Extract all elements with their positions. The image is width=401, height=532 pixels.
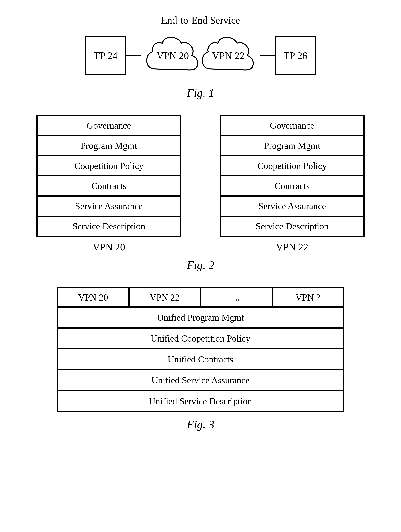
right-service-description: Service Description [220, 216, 364, 236]
left-service-description: Service Description [37, 216, 181, 236]
right-contracts: Contracts [220, 176, 364, 196]
left-program-mgmt: Program Mgmt [37, 136, 181, 156]
fig1-caption: Fig. 1 [187, 86, 214, 100]
end-to-end-label: End-to-End Service [158, 15, 243, 26]
left-contracts: Contracts [37, 176, 181, 196]
left-governance: Governance [37, 115, 181, 136]
fig3-caption: Fig. 3 [187, 418, 214, 431]
vpn-left-stack: Governance Program Mgmt Coopetition Poli… [36, 115, 181, 253]
fig3-header-vpn20: VPN 20 [57, 288, 129, 307]
right-program-mgmt: Program Mgmt [220, 136, 364, 156]
fig3-row-unified-program: Unified Program Mgmt [57, 307, 344, 328]
tp-right-label: TP 26 [283, 50, 307, 61]
tp-left-label: TP 24 [94, 50, 118, 61]
fig1: End-to-End Service TP 24 VPN 20 VPN 22 [15, 12, 386, 100]
vpn-left-stack-label: VPN 20 [93, 241, 125, 253]
fig2: Governance Program Mgmt Coopetition Poli… [15, 115, 386, 272]
fig3-table: VPN 20 VPN 22 ... VPN ? Unified Program … [57, 287, 344, 412]
fig3: VPN 20 VPN 22 ... VPN ? Unified Program … [15, 287, 386, 431]
bracket-top-line: End-to-End Service [118, 12, 283, 21]
vpn-right-boxes: Governance Program Mgmt Coopetition Poli… [220, 115, 365, 237]
fig3-header-vpn-q: VPN ? [272, 288, 344, 307]
right-coopetition: Coopetition Policy [220, 156, 364, 176]
bracket-left-tick [118, 13, 119, 21]
vpn-left-label: VPN 20 [157, 50, 189, 61]
fig3-row-unified-contracts: Unified Contracts [57, 349, 344, 370]
vpn-right-stack: Governance Program Mgmt Coopetition Poli… [220, 115, 365, 253]
fig3-row-unified-coopetition: Unified Coopetition Policy [57, 328, 344, 349]
vpn-right-cloud: VPN 22 [197, 31, 260, 81]
fig3-header-vpn22: VPN 22 [129, 288, 201, 307]
bracket-hline: End-to-End Service [119, 21, 282, 21]
fig3-header-row: VPN 20 VPN 22 ... VPN ? [57, 288, 344, 307]
vpn-left-cloud: VPN 20 [141, 31, 204, 81]
tp-left-box: TP 24 [86, 37, 126, 75]
tp-right-box: TP 26 [275, 37, 315, 75]
vpn-right-label: VPN 22 [212, 50, 244, 61]
connector-right [260, 55, 275, 56]
vpn-left-boxes: Governance Program Mgmt Coopetition Poli… [36, 115, 181, 237]
fig2-columns: Governance Program Mgmt Coopetition Poli… [36, 115, 365, 253]
vpn-right-stack-label: VPN 22 [276, 241, 308, 253]
bracket-right-tick [282, 13, 283, 21]
fig2-caption: Fig. 2 [187, 259, 214, 272]
right-service-assurance: Service Assurance [220, 196, 364, 216]
fig3-header-dots: ... [200, 288, 272, 307]
fig3-row-unified-service-description: Unified Service Description [57, 391, 344, 412]
connector-left [126, 55, 141, 56]
right-governance: Governance [220, 115, 364, 136]
fig3-row-unified-service-assurance: Unified Service Assurance [57, 370, 344, 391]
left-service-assurance: Service Assurance [37, 196, 181, 216]
fig1-nodes-row: TP 24 VPN 20 VPN 22 TP 26 [86, 31, 315, 81]
end-to-end-bracket: End-to-End Service [118, 12, 283, 21]
left-coopetition: Coopetition Policy [37, 156, 181, 176]
